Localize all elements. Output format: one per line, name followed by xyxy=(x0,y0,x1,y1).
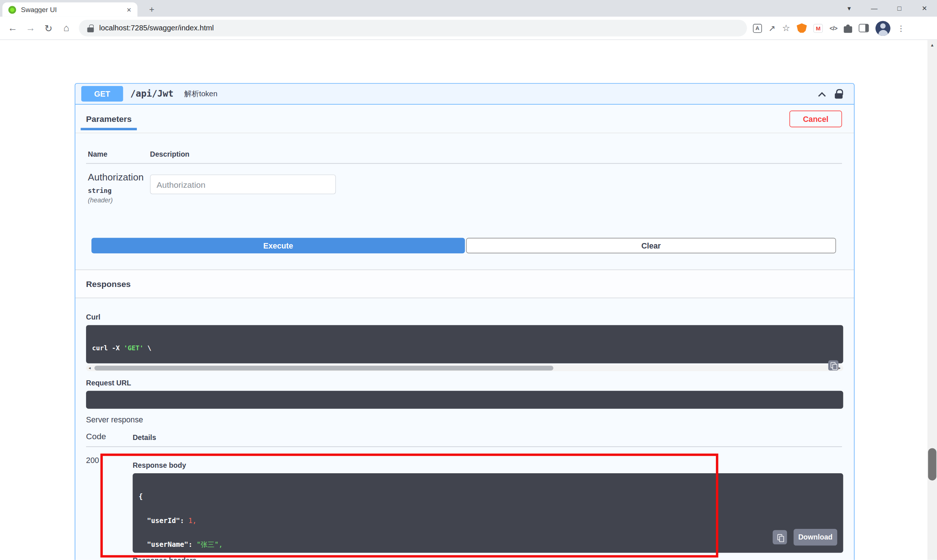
tab-strip: Swagger UI ✕ + ▾ — □ ✕ xyxy=(0,0,937,17)
copy-icon xyxy=(777,534,783,541)
url-text[interactable]: localhost:7285/swagger/index.html xyxy=(99,24,214,32)
new-tab-button[interactable]: + xyxy=(145,3,159,15)
swagger-page: GET /api/Jwt 解析token Parameters Cancel N… xyxy=(0,40,937,560)
status-code: 200 xyxy=(86,456,99,465)
tab-title: Swagger UI xyxy=(21,6,120,13)
response-body-block: { "userId": 1, "userName": "张三", "issuer… xyxy=(132,473,843,553)
responses-section-header: Responses xyxy=(75,269,854,298)
metamask-icon[interactable] xyxy=(797,23,807,33)
profile-avatar[interactable] xyxy=(875,20,891,35)
browser-tab[interactable]: Swagger UI ✕ xyxy=(3,3,138,17)
request-url-label: Request URL xyxy=(86,379,131,387)
tab-parameters[interactable]: Parameters xyxy=(80,114,137,130)
curl-line: curl -X 'GET' \ xyxy=(92,344,837,352)
copy-icon xyxy=(831,362,836,369)
bookmark-star-icon[interactable]: ☆ xyxy=(782,23,790,33)
request-url-block: https://localhost:7285/api/Jwt xyxy=(86,391,843,409)
code-extension-icon[interactable]: </> xyxy=(829,25,837,31)
share-icon[interactable]: ↗ xyxy=(769,23,775,33)
extensions-puzzle-icon[interactable] xyxy=(844,25,852,33)
json-line: "userId": 1, xyxy=(139,517,837,525)
curl-label: Curl xyxy=(86,313,100,322)
secure-lock-icon[interactable] xyxy=(87,24,94,32)
responses-title: Responses xyxy=(86,279,131,288)
screenshot-root: Swagger UI ✕ + ▾ — □ ✕ ← → ↻ ⌂ localhost… xyxy=(0,0,937,560)
divider xyxy=(75,132,854,133)
divider xyxy=(86,163,842,164)
param-type: string xyxy=(88,187,112,195)
copy-curl-button[interactable] xyxy=(828,360,839,371)
http-method-badge: GET xyxy=(81,86,123,102)
maximize-icon[interactable]: □ xyxy=(887,0,912,17)
window-controls: ▾ — □ ✕ xyxy=(837,0,937,17)
endpoint-path: /api/Jwt xyxy=(130,89,174,99)
home-icon[interactable]: ⌂ xyxy=(57,19,75,37)
endpoint-summary: 解析token xyxy=(184,89,217,99)
gmail-icon[interactable]: M xyxy=(813,23,823,32)
code-column-header: Code xyxy=(86,432,106,441)
toolbar-extensions: A ↗ ☆ M </> ⋮ xyxy=(753,20,905,35)
json-line: { xyxy=(139,493,837,501)
forward-icon[interactable]: → xyxy=(22,19,40,37)
horizontal-scrollbar-thumb[interactable] xyxy=(94,366,554,371)
server-response-label: Server response xyxy=(86,415,143,424)
details-column-header: Details xyxy=(132,433,156,442)
param-name: Authorization xyxy=(88,172,143,183)
scroll-left-icon[interactable]: ◂ xyxy=(87,365,92,371)
clear-button[interactable]: Clear xyxy=(466,238,836,253)
page-vertical-scrollbar[interactable]: ▲ xyxy=(928,40,937,560)
browser-toolbar: ← → ↻ ⌂ localhost:7285/swagger/index.htm… xyxy=(0,17,937,40)
response-body-label: Response body xyxy=(132,461,186,469)
param-location: (header) xyxy=(88,197,113,204)
opblock-get-api-jwt: GET /api/Jwt 解析token Parameters Cancel N… xyxy=(75,83,855,560)
url-bar[interactable]: localhost:7285/swagger/index.html xyxy=(79,20,747,37)
authorization-input[interactable] xyxy=(150,175,336,194)
reload-icon[interactable]: ↻ xyxy=(40,19,57,37)
authorize-lock-icon[interactable] xyxy=(834,89,843,99)
response-headers-label: Response headers xyxy=(132,556,196,560)
vertical-scrollbar-thumb[interactable] xyxy=(928,448,937,480)
opblock-summary[interactable]: GET /api/Jwt 解析token xyxy=(75,84,854,105)
execute-button[interactable]: Execute xyxy=(91,238,465,253)
curl-horizontal-scrollbar[interactable]: ◂ ▸ xyxy=(86,365,843,371)
swagger-favicon-icon xyxy=(8,6,16,14)
download-button[interactable]: Download xyxy=(794,529,837,546)
copy-response-button[interactable] xyxy=(773,530,787,544)
tab-search-icon[interactable]: ▾ xyxy=(837,0,862,17)
close-tab-icon[interactable]: ✕ xyxy=(125,5,132,14)
translate-icon[interactable]: A xyxy=(753,23,762,32)
collapse-chevron-icon[interactable] xyxy=(818,92,826,100)
side-panel-icon[interactable] xyxy=(859,24,869,32)
cancel-button[interactable]: Cancel xyxy=(789,111,842,128)
column-header-name: Name xyxy=(88,150,107,158)
minimize-icon[interactable]: — xyxy=(862,0,887,17)
column-header-description: Description xyxy=(150,150,189,158)
json-line: "userName": "张三", xyxy=(139,541,837,549)
divider xyxy=(86,446,842,447)
curl-code-block: curl -X 'GET' \ 'https://localhost:7285/… xyxy=(86,325,843,363)
close-window-icon[interactable]: ✕ xyxy=(912,0,937,17)
back-icon[interactable]: ← xyxy=(4,19,22,37)
browser-menu-icon[interactable]: ⋮ xyxy=(897,23,905,32)
scroll-up-icon[interactable]: ▲ xyxy=(928,42,937,49)
